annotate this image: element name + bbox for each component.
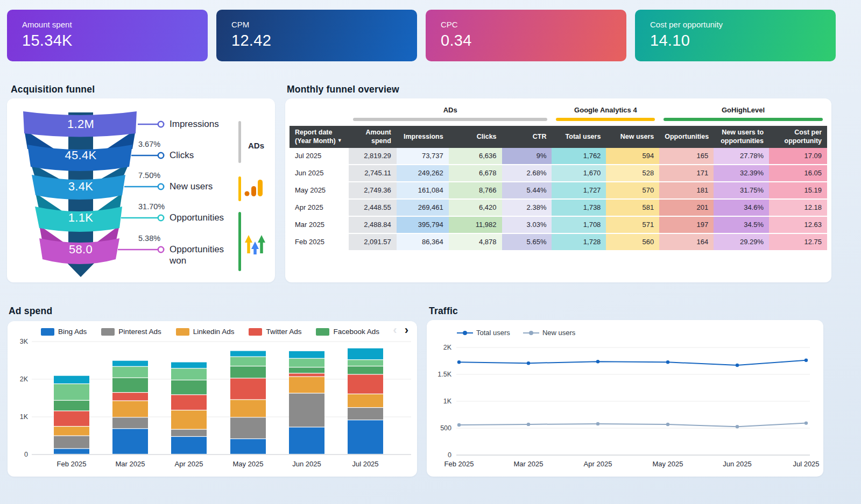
bar-segment-facebook-ads[interactable] — [54, 401, 89, 410]
table-cell: 8,766 — [449, 182, 502, 199]
x-tick-label: Feb 2025 — [444, 460, 474, 468]
bar-segment-facebook-ads[interactable] — [348, 366, 383, 374]
bar-segment-unlabeled[interactable] — [230, 351, 266, 357]
bar-segment-linkedin-ads[interactable] — [112, 401, 148, 417]
bar-segment-unlabeled[interactable] — [230, 357, 266, 366]
bar-segment-linkedin-ads[interactable] — [171, 410, 207, 429]
bar-segment-twitter-ads[interactable] — [54, 411, 89, 427]
bar-segment-twitter-ads[interactable] — [230, 379, 266, 400]
legend-label: New users — [542, 329, 575, 337]
legend-item-twitter-ads[interactable]: Twitter Ads — [249, 328, 301, 336]
table-cell: 171 — [659, 165, 714, 182]
legend-item-pinterest-ads[interactable]: Pinterest Ads — [101, 328, 161, 336]
legend-item-total-users[interactable]: Total users — [457, 329, 510, 337]
column-header-impressions[interactable]: Impressions — [397, 126, 449, 148]
legend-item-linkedin-ads[interactable]: Linkedin Ads — [176, 328, 235, 336]
column-header-amount-spend[interactable]: Amount spend — [349, 126, 397, 148]
bar-segment-bing-ads[interactable] — [230, 439, 266, 454]
bar-segment-facebook-ads[interactable] — [112, 378, 148, 392]
bar-segment-pinterest-ads[interactable] — [112, 417, 148, 428]
legend-item-facebook-ads[interactable]: Facebook Ads — [316, 328, 379, 336]
bar-segment-unlabeled[interactable] — [54, 376, 89, 384]
data-point[interactable] — [736, 425, 739, 428]
bar-segment-unlabeled[interactable] — [54, 384, 89, 400]
funnel-section-title: Acquisition funnel — [11, 84, 95, 95]
source-bar-gohighlevel — [238, 212, 241, 271]
legend-item-new-users[interactable]: New users — [523, 329, 575, 337]
table-cell: 594 — [606, 148, 659, 165]
column-header-cost-per-opportunity[interactable]: Cost per opportunity — [769, 126, 827, 148]
table-cell: 1,727 — [552, 182, 606, 199]
bar-segment-unlabeled[interactable] — [348, 349, 383, 360]
bar-segment-unlabeled[interactable] — [112, 361, 148, 366]
bar-segment-linkedin-ads[interactable] — [289, 377, 324, 393]
column-header-report-date-year-month[interactable]: Report date (Year Month)▼ — [290, 126, 349, 148]
bar-segment-pinterest-ads[interactable] — [230, 417, 266, 438]
funnel-stage-band[interactable] — [23, 111, 137, 137]
column-header-total-users[interactable]: Total users — [552, 126, 606, 148]
bar-segment-unlabeled[interactable] — [348, 360, 383, 366]
bar-segment-linkedin-ads[interactable] — [348, 394, 383, 407]
kpi-card-amount-spent: Amount spent 15.34K — [7, 10, 208, 61]
bar-segment-bing-ads[interactable] — [54, 449, 89, 454]
table-cell: May 2025 — [290, 182, 349, 199]
legend-next-icon[interactable]: › — [405, 323, 408, 337]
traffic-legend: Total usersNew users — [457, 329, 575, 337]
data-point[interactable] — [457, 423, 461, 427]
bar-segment-facebook-ads[interactable] — [230, 366, 266, 378]
bar-segment-twitter-ads[interactable] — [289, 374, 324, 377]
table-row: Mar 20252,488.84395,79411,9823.03%1,7085… — [290, 216, 827, 233]
bar-segment-twitter-ads[interactable] — [112, 393, 148, 400]
data-point[interactable] — [527, 361, 530, 365]
column-header-new-users-to-opportunities[interactable]: New users to opportunities — [714, 126, 769, 148]
bar-segment-facebook-ads[interactable] — [171, 380, 207, 394]
bar-segment-facebook-ads[interactable] — [289, 367, 324, 373]
legend-line-dot-icon — [523, 330, 539, 336]
data-point[interactable] — [736, 364, 739, 367]
column-header-new-users[interactable]: New users — [606, 126, 659, 148]
bar-segment-linkedin-ads[interactable] — [230, 400, 266, 417]
bar-segment-pinterest-ads[interactable] — [348, 408, 383, 420]
bar-segment-bing-ads[interactable] — [289, 428, 324, 454]
bar-segment-pinterest-ads[interactable] — [54, 436, 89, 449]
source-label-ads: ADs — [248, 141, 264, 150]
bar-segment-bing-ads[interactable] — [348, 420, 383, 454]
data-point[interactable] — [596, 422, 599, 425]
legend-label: Pinterest Ads — [118, 328, 161, 336]
data-point[interactable] — [804, 359, 808, 362]
column-group-title: GoHighLevel — [722, 106, 765, 114]
data-point[interactable] — [666, 423, 669, 426]
table-cell: 161,084 — [397, 182, 449, 199]
bar-segment-unlabeled[interactable] — [289, 351, 324, 358]
x-tick-label: Mar 2025 — [514, 460, 544, 468]
data-point[interactable] — [457, 360, 461, 364]
bar-segment-unlabeled[interactable] — [112, 367, 148, 378]
column-header-clicks[interactable]: Clicks — [449, 126, 502, 148]
funnel-connector-dot — [158, 122, 164, 127]
bar-segment-twitter-ads[interactable] — [348, 375, 383, 394]
bar-segment-bing-ads[interactable] — [112, 429, 148, 453]
bar-segment-linkedin-ads[interactable] — [54, 427, 89, 435]
bar-segment-pinterest-ads[interactable] — [289, 394, 324, 427]
data-point[interactable] — [596, 360, 599, 363]
table-cell: Jun 2025 — [290, 165, 349, 182]
google-analytics-icon — [245, 180, 263, 196]
bar-segment-unlabeled[interactable] — [289, 359, 324, 367]
column-header-ctr[interactable]: CTR — [502, 126, 552, 148]
bar-segment-pinterest-ads[interactable] — [171, 430, 207, 436]
data-point[interactable] — [804, 421, 808, 424]
bar-segment-bing-ads[interactable] — [171, 437, 207, 454]
data-point[interactable] — [527, 423, 530, 426]
column-header-opportunities[interactable]: Opportunities — [659, 126, 714, 148]
traffic-panel: 05001K1.5K2KFeb 2025Mar 2025Apr 2025May … — [427, 320, 823, 477]
data-point[interactable] — [666, 360, 669, 364]
bar-segment-twitter-ads[interactable] — [171, 395, 207, 410]
traffic-chart: 05001K1.5K2KFeb 2025Mar 2025Apr 2025May … — [427, 320, 823, 477]
table-cell: 29.29% — [714, 233, 769, 251]
bar-segment-unlabeled[interactable] — [171, 368, 207, 380]
table-cell: 34.6% — [714, 199, 769, 216]
legend-item-bing-ads[interactable]: Bing Ads — [41, 328, 87, 336]
table-cell: 5.65% — [502, 233, 552, 251]
bar-segment-unlabeled[interactable] — [171, 363, 207, 368]
legend-prev-icon[interactable]: ‹ — [393, 323, 397, 337]
